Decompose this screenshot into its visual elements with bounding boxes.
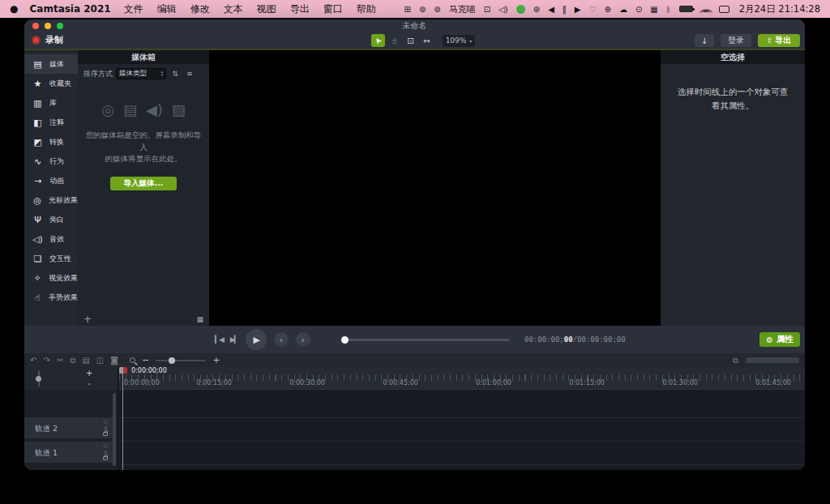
- properties-button[interactable]: ⚙ 属性: [759, 332, 800, 347]
- sort-dropdown[interactable]: 媒体类型 ▴▾: [116, 68, 166, 79]
- zoom-button[interactable]: [57, 23, 63, 29]
- download-button[interactable]: ↓: [695, 34, 714, 47]
- status-icon[interactable]: ⊙: [635, 5, 642, 14]
- track-visibility-icon[interactable]: ○: [103, 442, 107, 449]
- timeline-tool-button[interactable]: ◫: [96, 357, 104, 365]
- pan-tool-button[interactable]: ☝: [387, 34, 401, 47]
- status-green-dot-icon[interactable]: [516, 5, 525, 14]
- list-view-button[interactable]: ≡: [184, 69, 195, 79]
- magnifier-icon[interactable]: [130, 357, 135, 363]
- status-icon[interactable]: ‖: [563, 5, 567, 14]
- status-icon[interactable]: ☁: [619, 5, 627, 14]
- status-icon[interactable]: ◀: [548, 5, 554, 14]
- battery-icon[interactable]: [679, 6, 693, 12]
- sidebar-item[interactable]: ▤ 媒体: [24, 54, 78, 74]
- menu-item[interactable]: 导出: [290, 2, 310, 16]
- display-icon[interactable]: [719, 6, 729, 13]
- playhead-handle[interactable]: [119, 367, 127, 374]
- status-icon[interactable]: ⊜: [434, 5, 440, 14]
- timeline-zoom-out-button[interactable]: −: [142, 355, 149, 365]
- track-height-slider[interactable]: [36, 370, 42, 387]
- app-menu-title[interactable]: Camtasia 2021: [29, 3, 110, 15]
- menu-item[interactable]: 编辑: [157, 2, 177, 16]
- minimize-button[interactable]: [45, 23, 51, 29]
- sidebar-item[interactable]: ☝ 手势效果: [24, 288, 78, 307]
- detach-timeline-icon[interactable]: ⧉: [733, 356, 738, 365]
- step-forward-button[interactable]: ▶▎: [230, 335, 238, 344]
- status-icon[interactable]: ⊛: [533, 5, 540, 14]
- sidebar-item[interactable]: ❏ 交互性: [24, 249, 78, 268]
- scrubber-slider[interactable]: [342, 339, 510, 341]
- timeline-ruler[interactable]: 0:00:00;00 0:00:15;00 0:00:30;00 0:00:45…: [119, 367, 805, 390]
- timeline-tool-button[interactable]: ◙: [110, 357, 118, 365]
- menu-item[interactable]: 视图: [257, 2, 276, 16]
- status-icon[interactable]: ⊡: [484, 5, 490, 14]
- thumbnail-view-icon[interactable]: ▦: [196, 315, 203, 323]
- select-tool-button[interactable]: ➤: [371, 34, 385, 47]
- close-button[interactable]: [32, 23, 39, 29]
- status-icon[interactable]: ⊕: [605, 5, 611, 14]
- track-lock-icon[interactable]: [103, 432, 108, 436]
- sidebar-item[interactable]: ◩ 转换: [24, 132, 78, 152]
- preview-canvas[interactable]: [209, 50, 661, 326]
- timeline-zoom-in-button[interactable]: +: [212, 355, 220, 365]
- menu-item[interactable]: 帮助: [357, 2, 376, 16]
- sidebar-item[interactable]: ◁) 音效: [24, 229, 78, 249]
- status-icon[interactable]: ⊜: [419, 5, 426, 14]
- timeline-tool-button[interactable]: ↷: [43, 357, 49, 365]
- timeline-tool-button[interactable]: ✂: [57, 357, 63, 365]
- timeline-zoom-slider[interactable]: [156, 360, 206, 361]
- wifi-icon[interactable]: [701, 6, 711, 13]
- collapse-tracks-button[interactable]: ⌄: [83, 378, 96, 389]
- fit-tool-button[interactable]: ↔: [420, 34, 434, 47]
- timeline-tool-button[interactable]: ↶: [30, 357, 36, 365]
- track-visibility-icon[interactable]: ○: [103, 418, 107, 425]
- tracks-area[interactable]: [119, 390, 805, 470]
- timeline-tool-button[interactable]: ▤: [82, 357, 89, 365]
- sidebar-item[interactable]: Ψ 旁白: [24, 210, 78, 229]
- track-header-2[interactable]: 轨道 2 ○ ⊃: [24, 417, 113, 440]
- cursor-arrow-icon: ➤: [373, 35, 384, 45]
- apple-menu-icon[interactable]: ●: [10, 3, 18, 15]
- add-media-button[interactable]: +: [83, 314, 92, 325]
- export-button[interactable]: ⇧ 导出: [758, 34, 800, 47]
- scrubber-knob[interactable]: [341, 336, 349, 344]
- status-icon[interactable]: ▦: [650, 5, 657, 14]
- play-button[interactable]: ▶: [246, 329, 267, 350]
- window-title-bar[interactable]: 未命名: [24, 19, 805, 32]
- timeline-horizontal-scrollbar[interactable]: [746, 357, 799, 363]
- status-icon[interactable]: ᛒ: [666, 5, 671, 14]
- sort-direction-button[interactable]: ⇅: [169, 69, 181, 79]
- status-icon[interactable]: ▶: [575, 5, 581, 14]
- menu-item[interactable]: 窗口: [323, 2, 343, 16]
- sidebar-item[interactable]: → 动画: [24, 171, 78, 190]
- sidebar-item[interactable]: ✧ 视觉效果: [24, 268, 78, 288]
- sidebar-item[interactable]: ◧ 注释: [24, 113, 78, 132]
- timeline-tool-button[interactable]: ⧉: [70, 357, 75, 365]
- sidebar-item[interactable]: ∿ 行为: [24, 152, 78, 171]
- menu-item[interactable]: 文件: [124, 2, 143, 16]
- sidebar-item[interactable]: ★ 收藏夹: [24, 74, 78, 93]
- sidebar-item[interactable]: ◎ 光标效果: [24, 190, 78, 210]
- track-header-1[interactable]: 轨道 1 ○ ⊃: [24, 442, 113, 464]
- status-icon[interactable]: ◁): [498, 5, 508, 14]
- menu-item[interactable]: 文本: [224, 2, 243, 16]
- previous-button[interactable]: ‹: [274, 332, 289, 347]
- add-track-button[interactable]: +: [83, 368, 96, 378]
- status-icon[interactable]: ♡: [589, 5, 597, 14]
- timeline-zoom-knob[interactable]: [169, 357, 175, 364]
- record-button[interactable]: 录制: [32, 34, 63, 46]
- status-icon[interactable]: ⊞: [404, 5, 411, 14]
- menu-bar-clock[interactable]: 2月24日 21:14:28: [739, 3, 820, 15]
- login-button[interactable]: 登录: [721, 34, 751, 47]
- sidebar-item[interactable]: ▥ 库: [24, 93, 78, 113]
- track-lock-icon[interactable]: [103, 456, 108, 460]
- status-username[interactable]: 马克喵: [449, 3, 476, 15]
- next-button[interactable]: ›: [296, 332, 310, 347]
- crop-tool-button[interactable]: ⊡: [404, 34, 417, 47]
- zoom-level-dropdown[interactable]: 109% ▾: [443, 35, 475, 47]
- step-back-button[interactable]: ▎◀: [215, 335, 223, 344]
- timeline-vertical-scrollbar[interactable]: [113, 393, 116, 466]
- menu-item[interactable]: 修改: [190, 2, 210, 16]
- import-media-button[interactable]: 导入媒体...: [110, 177, 177, 190]
